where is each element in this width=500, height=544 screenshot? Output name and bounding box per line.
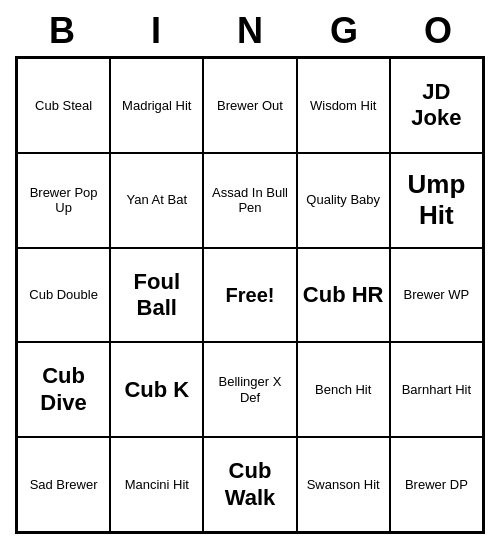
bingo-cell: Swanson Hit [297,437,390,532]
bingo-cell: JD Joke [390,58,483,153]
bingo-cell: Bellinger X Def [203,342,296,437]
cell-text: Foul Ball [115,269,198,322]
cell-text: Free! [226,283,275,307]
bingo-cell: Foul Ball [110,248,203,343]
cell-text: JD Joke [395,79,478,132]
letter-i: I [112,10,200,52]
cell-text: Cub Steal [35,98,92,114]
bingo-grid: Cub StealMadrigal HitBrewer OutWisdom Hi… [15,56,485,534]
bingo-cell: Barnhart Hit [390,342,483,437]
bingo-cell: Cub Steal [17,58,110,153]
cell-text: Cub K [124,377,189,403]
bingo-cell: Yan At Bat [110,153,203,248]
bingo-cell: Assad In Bull Pen [203,153,296,248]
bingo-cell: Brewer WP [390,248,483,343]
cell-text: Bench Hit [315,382,371,398]
bingo-cell: Brewer DP [390,437,483,532]
cell-text: Brewer Out [217,98,283,114]
cell-text: Mancini Hit [125,477,189,493]
bingo-cell: Brewer Out [203,58,296,153]
bingo-cell: Cub HR [297,248,390,343]
cell-text: Cub Double [29,287,98,303]
bingo-cell: Mancini Hit [110,437,203,532]
cell-text: Brewer WP [404,287,470,303]
cell-text: Ump Hit [395,169,478,231]
letter-g: G [300,10,388,52]
letter-n: N [206,10,294,52]
bingo-cell: Free! [203,248,296,343]
cell-text: Sad Brewer [30,477,98,493]
bingo-cell: Quality Baby [297,153,390,248]
cell-text: Swanson Hit [307,477,380,493]
cell-text: Assad In Bull Pen [208,185,291,216]
bingo-cell: Cub Double [17,248,110,343]
cell-text: Barnhart Hit [402,382,471,398]
bingo-cell: Bench Hit [297,342,390,437]
cell-text: Brewer Pop Up [22,185,105,216]
cell-text: Wisdom Hit [310,98,376,114]
cell-text: Yan At Bat [127,192,187,208]
cell-text: Cub Walk [208,458,291,511]
cell-text: Cub HR [303,282,384,308]
bingo-cell: Cub Dive [17,342,110,437]
bingo-cell: Sad Brewer [17,437,110,532]
cell-text: Quality Baby [306,192,380,208]
cell-text: Cub Dive [22,363,105,416]
bingo-cell: Ump Hit [390,153,483,248]
cell-text: Bellinger X Def [208,374,291,405]
bingo-cell: Cub Walk [203,437,296,532]
bingo-cell: Cub K [110,342,203,437]
bingo-cell: Madrigal Hit [110,58,203,153]
bingo-cell: Brewer Pop Up [17,153,110,248]
cell-text: Brewer DP [405,477,468,493]
bingo-cell: Wisdom Hit [297,58,390,153]
bingo-header: B I N G O [15,10,485,52]
cell-text: Madrigal Hit [122,98,191,114]
letter-o: O [394,10,482,52]
letter-b: B [18,10,106,52]
